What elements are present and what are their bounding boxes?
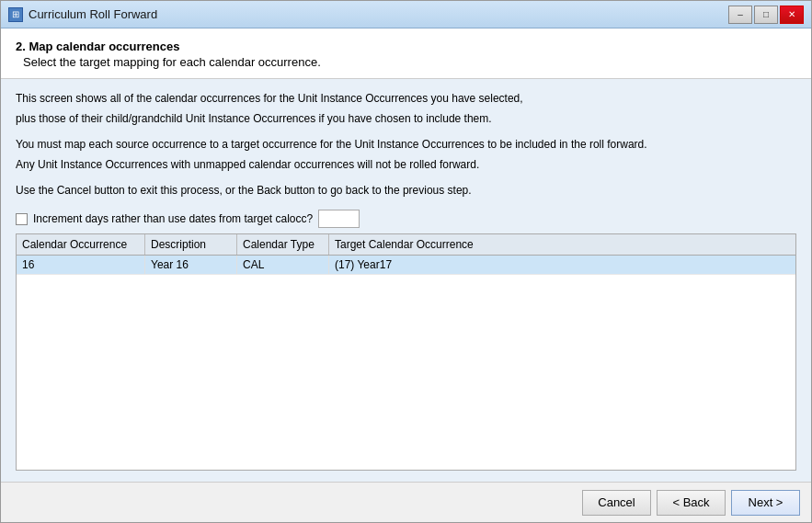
- increment-input[interactable]: [318, 210, 360, 228]
- step-title-text: Map calendar occurrences: [26, 40, 180, 53]
- th-calendar-type: Calendar Type: [237, 234, 329, 255]
- table-body: 16 Year 16 CAL (17) Year17: [17, 256, 795, 470]
- title-bar-left: ⊞ Curriculum Roll Forward: [8, 7, 157, 22]
- th-description: Description: [145, 234, 237, 255]
- info-line-2: plus those of their child/grandchild Uni…: [16, 110, 796, 127]
- step-header: 2. Map calendar occurrences Select the t…: [1, 28, 811, 79]
- th-calendar-occurrence: Calendar Occurrence: [17, 234, 145, 255]
- window-icon: ⊞: [8, 7, 23, 22]
- main-area: This screen shows all of the calendar oc…: [1, 79, 811, 482]
- increment-row: Increment days rather than use dates fro…: [16, 210, 796, 228]
- increment-checkbox[interactable]: [16, 213, 28, 225]
- cancel-button[interactable]: Cancel: [582, 490, 651, 516]
- increment-label: Increment days rather than use dates fro…: [33, 212, 313, 225]
- content-area: 2. Map calendar occurrences Select the t…: [1, 28, 811, 522]
- title-bar-buttons: – □ ✕: [728, 6, 804, 24]
- footer: Cancel < Back Next >: [1, 482, 811, 522]
- td-cal-occ: 16: [17, 256, 145, 274]
- title-bar: ⊞ Curriculum Roll Forward – □ ✕: [1, 1, 811, 28]
- th-target-calendar-occurrence: Target Calendar Occurrence: [329, 234, 795, 255]
- step-subtitle: Select the target mapping for each calen…: [16, 55, 796, 69]
- table-row[interactable]: 16 Year 16 CAL (17) Year17: [17, 256, 795, 275]
- table-header: Calendar Occurrence Description Calendar…: [17, 234, 795, 256]
- main-window: ⊞ Curriculum Roll Forward – □ ✕ 2. Map c…: [0, 0, 812, 523]
- step-title: 2. Map calendar occurrences: [16, 40, 796, 53]
- minimize-button[interactable]: –: [728, 6, 752, 24]
- td-target-cal-occ: (17) Year17: [329, 256, 795, 274]
- info-line-5: Use the Cancel button to exit this proce…: [16, 182, 796, 199]
- calendar-table: Calendar Occurrence Description Calendar…: [16, 233, 796, 471]
- step-number: 2.: [16, 40, 26, 53]
- td-description: Year 16: [145, 256, 237, 274]
- next-button[interactable]: Next >: [731, 490, 800, 516]
- info-line-4: Any Unit Instance Occurrences with unmap…: [16, 156, 796, 173]
- window-title: Curriculum Roll Forward: [29, 7, 157, 21]
- info-line-1: This screen shows all of the calendar oc…: [16, 90, 796, 107]
- close-button[interactable]: ✕: [780, 6, 804, 24]
- back-button[interactable]: < Back: [657, 490, 726, 516]
- maximize-button[interactable]: □: [754, 6, 778, 24]
- td-cal-type: CAL: [237, 256, 329, 274]
- info-line-3: You must map each source occurrence to a…: [16, 136, 796, 153]
